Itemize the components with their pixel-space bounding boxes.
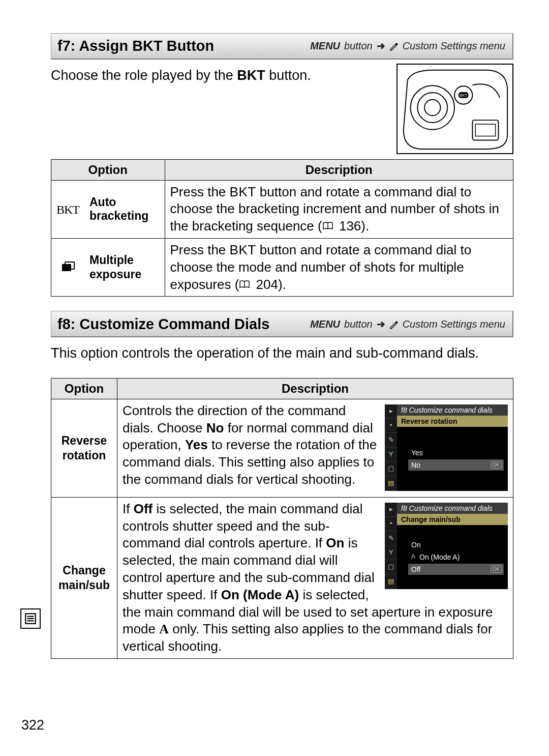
option-description: ▸ • ✎ Y ▢ ▤ f8 Customize command dials C… bbox=[117, 497, 513, 658]
table-row: Multiple exposure Press the BKT button a… bbox=[51, 239, 513, 297]
screenshot-option-selected: OffOK bbox=[408, 564, 504, 575]
ok-badge: OK bbox=[491, 565, 502, 573]
desc-bold: No bbox=[206, 420, 224, 435]
screenshot-subheader: Reverse rotation bbox=[397, 416, 508, 427]
pencil-icon bbox=[389, 319, 399, 329]
desc-bold: Yes bbox=[185, 437, 208, 452]
screenshot-header: f8 Customize command dials bbox=[397, 404, 508, 416]
sidebar-icon: ▤ bbox=[385, 476, 397, 490]
page-number-ref: 204 bbox=[256, 276, 278, 294]
option-description: Press the BKT button and rotate a comman… bbox=[165, 180, 513, 238]
sidebar-icon: ▢ bbox=[385, 462, 397, 476]
th-option: Option bbox=[51, 379, 117, 399]
sidebar-icon: Y bbox=[385, 546, 397, 560]
opt-pre: A bbox=[411, 553, 419, 561]
side-tab-icon bbox=[20, 608, 41, 629]
screenshot-sidebar: ▸ • ✎ Y ▢ ▤ bbox=[385, 404, 397, 491]
svg-rect-9 bbox=[62, 264, 71, 271]
arrow-icon: ➜ bbox=[377, 39, 385, 52]
intro-bold: BKT bbox=[237, 68, 265, 83]
section-heading-f8: f8: Customize Command Dials MENU button … bbox=[51, 311, 513, 337]
desc-bold: On (Mode A) bbox=[221, 587, 299, 602]
opt-text: Off bbox=[411, 565, 420, 574]
page-number-ref: 136 bbox=[339, 218, 361, 235]
section-title: f7: Assign BKT Button bbox=[57, 36, 214, 55]
sidebar-icon: ▢ bbox=[385, 560, 397, 574]
th-description: Description bbox=[117, 379, 513, 399]
breadcrumb-button-word: button bbox=[344, 317, 373, 331]
pencil-icon bbox=[389, 41, 399, 50]
desc-text: only. This setting also applies to the c… bbox=[123, 621, 492, 654]
menu-screenshot-change: ▸ • ✎ Y ▢ ▤ f8 Customize command dials C… bbox=[385, 503, 508, 589]
page-ref: 136 bbox=[322, 218, 361, 235]
desc-bkt: BKT bbox=[230, 184, 256, 199]
arrow-icon: ➜ bbox=[377, 317, 385, 331]
sidebar-icon: • bbox=[385, 419, 397, 433]
breadcrumb-menu-label: MENU bbox=[310, 39, 340, 52]
desc-bkt: BKT bbox=[230, 242, 256, 257]
screenshot-body: Yes NoOK bbox=[397, 427, 508, 491]
page-ref: 204 bbox=[239, 276, 278, 294]
breadcrumb: MENU button ➜ Custom Settings menu bbox=[310, 39, 505, 52]
bkt-glyph: BKT bbox=[56, 203, 79, 216]
book-icon bbox=[239, 276, 250, 294]
screenshot-option: Yes bbox=[408, 447, 504, 458]
section-title: f8: Customize Command Dials bbox=[57, 314, 269, 334]
multiple-exposure-icon bbox=[61, 260, 75, 275]
option-description: ▸ • ✎ Y ▢ ▤ f8 Customize command dials R… bbox=[117, 399, 513, 497]
option-label: Auto bracketing bbox=[84, 180, 165, 238]
pencil-icon: ✎ bbox=[385, 433, 397, 447]
breadcrumb-menu-name: Custom Settings menu bbox=[403, 317, 505, 331]
intro-post: button. bbox=[265, 68, 311, 83]
intro-text-f8: This option controls the operation of th… bbox=[51, 344, 513, 363]
mode-a-glyph: A bbox=[159, 622, 169, 636]
opt-text: No bbox=[411, 460, 420, 470]
screenshot-option: AOn (Mode A) bbox=[408, 551, 504, 563]
desc-text: Press the bbox=[170, 242, 230, 257]
th-description: Description bbox=[165, 160, 513, 181]
desc-bold: Off bbox=[134, 501, 153, 516]
desc-text: ). bbox=[361, 218, 369, 234]
table-row: Change main/sub ▸ • ✎ Y ▢ ▤ f8 Customize… bbox=[51, 497, 513, 658]
screenshot-option: On bbox=[408, 539, 504, 550]
screenshot-subheader: Change main/sub bbox=[397, 514, 508, 525]
screenshot-body: On AOn (Mode A) OffOK bbox=[397, 525, 508, 589]
desc-text: Press the bbox=[170, 184, 230, 199]
svg-text:BKT: BKT bbox=[460, 93, 467, 98]
page-number: 322 bbox=[21, 716, 44, 735]
menu-screenshot-reverse: ▸ • ✎ Y ▢ ▤ f8 Customize command dials R… bbox=[385, 404, 508, 491]
screenshot-header: f8 Customize command dials bbox=[397, 503, 508, 514]
th-option: Option bbox=[51, 160, 165, 181]
breadcrumb-button-word: button bbox=[344, 39, 373, 52]
opt-text: Yes bbox=[411, 448, 423, 457]
desc-bold: On bbox=[326, 535, 344, 550]
intro-pre: Choose the role played by the bbox=[51, 68, 237, 83]
options-table-f8: Option Description Reverse rotation ▸ • … bbox=[51, 378, 513, 659]
table-row: BKT Auto bracketing Press the BKT button… bbox=[51, 180, 513, 238]
breadcrumb-menu-label: MENU bbox=[310, 317, 340, 331]
screenshot-sidebar: ▸ • ✎ Y ▢ ▤ bbox=[385, 503, 397, 589]
option-icon-multiple bbox=[51, 239, 85, 297]
opt-text: On (Mode A) bbox=[419, 553, 460, 562]
ok-badge: OK bbox=[491, 461, 502, 469]
breadcrumb-menu-name: Custom Settings menu bbox=[403, 39, 505, 52]
camera-illustration: BKT bbox=[396, 64, 513, 154]
breadcrumb: MENU button ➜ Custom Settings menu bbox=[310, 317, 505, 331]
option-icon-bkt: BKT bbox=[51, 180, 85, 238]
sidebar-icon: • bbox=[385, 517, 397, 531]
book-icon bbox=[322, 218, 333, 235]
option-label: Change main/sub bbox=[51, 497, 117, 658]
sidebar-icon: ▤ bbox=[385, 574, 397, 589]
option-label: Multiple exposure bbox=[84, 239, 165, 297]
option-description: Press the BKT button and rotate a comman… bbox=[165, 239, 513, 297]
options-table-f7: Option Description BKT Auto bracketing P… bbox=[51, 159, 513, 297]
section-heading-f7: f7: Assign BKT Button MENU button ➜ Cust… bbox=[51, 33, 513, 60]
screenshot-option-selected: NoOK bbox=[408, 459, 504, 471]
sidebar-icon: ▸ bbox=[385, 404, 397, 419]
pencil-icon: ✎ bbox=[385, 531, 397, 545]
sidebar-icon: Y bbox=[385, 448, 397, 462]
desc-text: If bbox=[123, 501, 134, 516]
option-label: Reverse rotation bbox=[51, 399, 117, 497]
sidebar-icon: ▸ bbox=[385, 503, 397, 517]
table-row: Reverse rotation ▸ • ✎ Y ▢ ▤ f8 Customiz… bbox=[51, 399, 513, 497]
